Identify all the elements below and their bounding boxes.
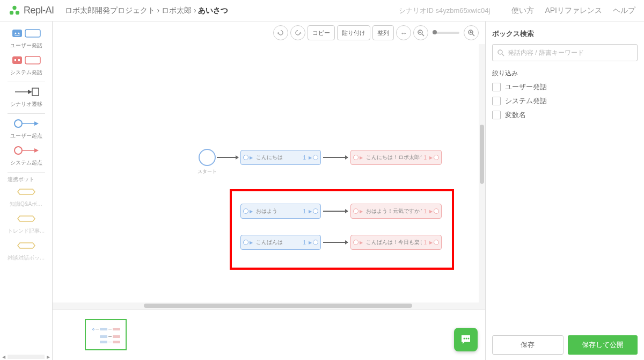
- port-out[interactable]: [434, 208, 439, 214]
- svg-rect-6: [25, 30, 40, 37]
- svg-line-26: [472, 34, 474, 36]
- publish-button[interactable]: 保存して公開: [568, 335, 638, 355]
- breadcrumb: ロボ太郎開発プロジェクト › ロボ太郎 › あいさつ: [65, 6, 229, 16]
- node-user[interactable]: ▶ こんばんは 1 ▶: [240, 235, 321, 250]
- tool-knowledge-qa[interactable]: 知識Q&Aボ…: [10, 184, 42, 208]
- search-input[interactable]: [508, 49, 633, 56]
- scenario-id: シナリオID s4yzbm65xwic04j: [399, 6, 491, 16]
- edge: [323, 157, 348, 158]
- port-out[interactable]: [313, 155, 318, 160]
- port-out[interactable]: [313, 240, 318, 245]
- knowledge-qa-icon: [10, 184, 42, 199]
- scenario-transition-icon: [10, 84, 42, 99]
- svg-point-5: [18, 33, 19, 34]
- link-api[interactable]: APIリファレンス: [545, 6, 602, 16]
- sidebar-scrollbar[interactable]: ◀ ▶: [0, 354, 52, 360]
- svg-point-0: [12, 5, 16, 9]
- port-in[interactable]: [243, 240, 248, 245]
- minimap-bar: [53, 309, 485, 360]
- minimap[interactable]: [85, 319, 127, 350]
- port-out[interactable]: [434, 155, 439, 160]
- redo-button[interactable]: [290, 25, 305, 40]
- zoom-in-button[interactable]: [464, 25, 479, 40]
- svg-rect-10: [25, 56, 40, 64]
- header: Repl-AI ロボ太郎開発プロジェクト › ロボ太郎 › あいさつ シナリオI…: [0, 0, 644, 21]
- user-origin-icon: [10, 116, 42, 131]
- tool-scenario-transition[interactable]: シナリオ遷移: [10, 84, 42, 108]
- zoom-in-icon: [467, 29, 475, 37]
- svg-marker-20: [277, 32, 280, 33]
- svg-rect-7: [12, 56, 22, 64]
- svg-point-2: [16, 11, 19, 15]
- port-in[interactable]: [353, 155, 358, 160]
- svg-point-33: [468, 338, 470, 340]
- filter-user-utterance[interactable]: ユーザー発話: [492, 82, 638, 92]
- align-button[interactable]: 整列: [372, 25, 394, 40]
- svg-point-1: [10, 11, 13, 15]
- tool-user-origin[interactable]: ユーザー起点: [10, 116, 42, 140]
- chat-fab[interactable]: [454, 328, 478, 351]
- node-user[interactable]: ▶ こんにちは 1 ▶: [240, 150, 321, 165]
- undo-button[interactable]: [273, 25, 288, 40]
- checkbox[interactable]: [492, 111, 501, 119]
- link-help[interactable]: ヘルプ: [613, 6, 635, 16]
- tool-user-utterance[interactable]: ユーザー発話: [10, 26, 42, 49]
- node-system[interactable]: ▶ おはよう！元気ですか？ 1 ▶: [350, 204, 442, 219]
- right-panel: ボックス検索 絞り込み ユーザー発話 システム発話 変数名 保存 保存して公開: [486, 21, 644, 360]
- search-icon: [497, 49, 504, 56]
- start-node[interactable]: スタート: [197, 149, 217, 175]
- breadcrumb-current: あいさつ: [198, 6, 228, 15]
- edge: [323, 211, 348, 212]
- svg-marker-19: [34, 148, 39, 153]
- system-origin-icon: [10, 143, 42, 158]
- edge: [217, 157, 238, 158]
- port-in[interactable]: [243, 155, 248, 160]
- canvas-scrollbar-vertical[interactable]: [479, 44, 485, 309]
- canvas-scrollbar-horizontal[interactable]: [53, 303, 479, 309]
- node-system[interactable]: ▶ こんにちは！ロボ太郎です 1 ▶: [350, 150, 442, 165]
- canvas[interactable]: スタート ▶ こんにちは 1 ▶ ▶ こんにちは！ロボ太郎です 1 ▶ ▶: [53, 44, 485, 309]
- logo[interactable]: Repl-AI: [9, 5, 54, 17]
- tool-chat-bot[interactable]: 雑談対話ボッ…: [8, 238, 45, 262]
- search-box[interactable]: [492, 44, 638, 61]
- zoom-slider[interactable]: [433, 32, 459, 34]
- checkbox[interactable]: [492, 83, 501, 91]
- save-button[interactable]: 保存: [492, 335, 564, 355]
- port-in[interactable]: [353, 240, 358, 245]
- fit-button[interactable]: ↔: [396, 25, 411, 40]
- selection-highlight: [230, 189, 454, 270]
- tool-system-utterance[interactable]: システム発話: [10, 53, 42, 76]
- sidebar: ユーザー発話 システム発話 シナリオ遷移 ユーザー起点 システム起点: [0, 21, 53, 360]
- port-in[interactable]: [353, 208, 358, 214]
- tool-trend-article[interactable]: トレンド記事…: [8, 211, 45, 235]
- svg-point-29: [498, 50, 502, 54]
- svg-marker-21: [299, 32, 301, 33]
- port-out[interactable]: [313, 208, 318, 214]
- paste-button[interactable]: 貼り付け: [337, 25, 370, 40]
- port-out[interactable]: [434, 240, 439, 245]
- svg-line-23: [422, 34, 424, 36]
- copy-button[interactable]: コピー: [308, 25, 335, 40]
- zoom-out-icon: [417, 29, 425, 37]
- svg-point-17: [14, 147, 22, 154]
- svg-point-32: [466, 338, 467, 340]
- node-system[interactable]: ▶ こんばんは！今日も楽しか 1 ▶: [350, 235, 442, 250]
- breadcrumb-part2[interactable]: ロボ太郎: [162, 6, 192, 15]
- link-usage[interactable]: 使い方: [511, 6, 534, 16]
- port-in[interactable]: [243, 208, 248, 214]
- tool-system-origin[interactable]: システム起点: [10, 143, 42, 167]
- scroll-left-icon[interactable]: ◀: [1, 354, 6, 359]
- svg-point-14: [14, 120, 22, 127]
- node-user[interactable]: ▶ おはよう 1 ▶: [240, 204, 321, 219]
- zoom-out-button[interactable]: [413, 25, 428, 40]
- trend-article-icon: [10, 211, 42, 226]
- filter-system-utterance[interactable]: システム発話: [492, 96, 638, 106]
- chat-icon: [459, 333, 472, 346]
- header-links: 使い方 APIリファレンス ヘルプ: [511, 6, 635, 16]
- panel-title: ボックス検索: [492, 29, 638, 39]
- scroll-right-icon[interactable]: ▶: [46, 354, 51, 359]
- checkbox[interactable]: [492, 97, 501, 105]
- svg-rect-8: [14, 59, 16, 61]
- breadcrumb-part1[interactable]: ロボ太郎開発プロジェクト: [65, 6, 155, 15]
- filter-variable[interactable]: 変数名: [492, 110, 638, 120]
